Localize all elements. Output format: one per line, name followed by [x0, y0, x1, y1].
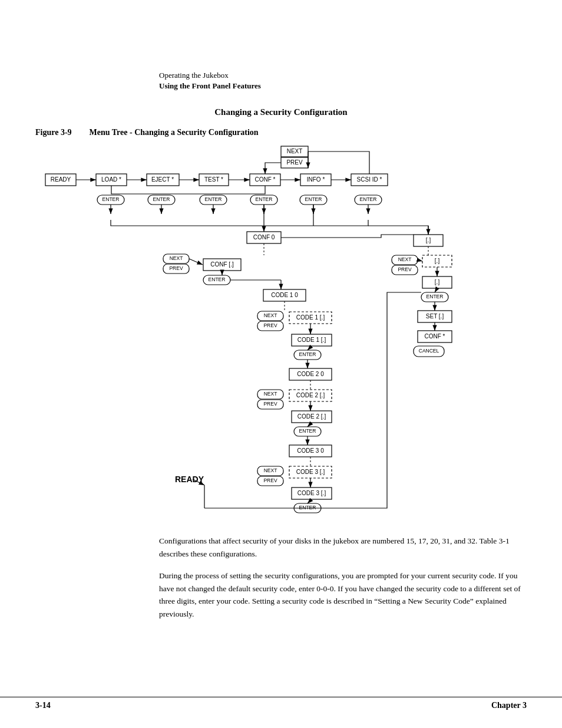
page: Operating the Jukebox Using the Front Pa… [0, 0, 562, 728]
svg-text:ENTER: ENTER [360, 196, 377, 202]
svg-text:[.]: [.] [426, 237, 431, 243]
figure-label: Figure 3-9 [35, 128, 72, 137]
svg-text:INFO *: INFO * [307, 176, 325, 183]
figure-label-row: Figure 3-9 Menu Tree - Changing a Securi… [0, 128, 562, 137]
figure-caption: Menu Tree - Changing a Security Configur… [90, 128, 259, 137]
svg-text:READY: READY [51, 176, 71, 183]
svg-text:NEXT: NEXT [264, 312, 277, 318]
svg-text:CODE 2  [.]: CODE 2 [.] [297, 413, 326, 420]
svg-line-55 [189, 259, 203, 265]
svg-text:CODE 1  [.]: CODE 1 [.] [296, 314, 325, 321]
svg-text:ENTER: ENTER [299, 505, 316, 510]
svg-text:ENTER: ENTER [103, 196, 120, 202]
section-heading: Changing a Security Configuration [0, 107, 562, 117]
header-title: Using the Front Panel Features [159, 81, 562, 91]
svg-line-127 [435, 288, 437, 292]
svg-text:CODE 3  [.]: CODE 3 [.] [297, 490, 326, 496]
diagram-svg: NEXT PREV READY LOAD * EJECT * TEST * [28, 143, 534, 521]
svg-text:ENTER: ENTER [427, 294, 444, 299]
svg-text:PREV: PREV [263, 322, 277, 328]
header-subtitle: Operating the Jukebox [159, 71, 562, 80]
svg-text:CANCEL: CANCEL [419, 348, 439, 354]
footer: 3-14 Chapter 3 [0, 697, 562, 710]
svg-text:CONF *: CONF * [255, 176, 276, 183]
svg-line-136 [418, 260, 422, 261]
svg-text:NEXT: NEXT [264, 467, 277, 473]
footer-page-number: 3-14 [35, 701, 51, 710]
svg-text:CODE 3  0: CODE 3 0 [297, 447, 324, 454]
svg-text:ENTER: ENTER [299, 351, 316, 357]
svg-text:ENTER: ENTER [205, 196, 222, 202]
svg-text:CODE 2  0: CODE 2 0 [297, 371, 324, 377]
paragraph-1: Configurations that affect security of y… [159, 535, 527, 560]
svg-text:PREV: PREV [398, 266, 411, 272]
svg-line-75 [308, 346, 312, 350]
svg-text:NEXT: NEXT [170, 255, 183, 261]
svg-text:NEXT: NEXT [398, 256, 412, 262]
svg-text:CONF [.]: CONF [.] [210, 261, 234, 268]
text-section: Configurations that affect security of y… [0, 523, 562, 621]
svg-text:[.]: [.] [435, 258, 440, 264]
svg-text:PREV: PREV [263, 401, 277, 407]
svg-text:PREV: PREV [286, 159, 303, 166]
svg-text:ENTER: ENTER [256, 196, 273, 202]
svg-text:EJECT *: EJECT * [151, 176, 174, 183]
svg-text:ENTER: ENTER [153, 196, 170, 202]
header: Operating the Jukebox Using the Front Pa… [0, 0, 562, 91]
svg-line-91 [308, 423, 312, 427]
svg-text:ENTER: ENTER [299, 428, 316, 434]
svg-text:[.]: [.] [435, 279, 440, 285]
svg-text:CODE 2  [.]: CODE 2 [.] [296, 392, 325, 398]
svg-text:TEST *: TEST * [204, 176, 223, 183]
svg-text:SCSI ID *: SCSI ID * [357, 176, 382, 183]
svg-text:CONF 0: CONF 0 [253, 234, 275, 241]
svg-line-107 [308, 499, 312, 503]
svg-text:SET [.]: SET [.] [426, 313, 444, 319]
paragraph-2: During the process of setting the securi… [159, 569, 527, 620]
svg-text:LOAD *: LOAD * [101, 176, 121, 183]
diagram-container: NEXT PREV READY LOAD * EJECT * TEST * [28, 143, 534, 523]
svg-text:CONF *: CONF * [425, 333, 445, 340]
footer-chapter: Chapter 3 [491, 701, 527, 710]
svg-text:CODE 1  0: CODE 1 0 [271, 292, 298, 298]
svg-text:CODE 1  [.]: CODE 1 [.] [297, 337, 326, 343]
svg-text:CODE 3  [.]: CODE 3 [.] [296, 469, 325, 475]
svg-text:PREV: PREV [263, 477, 277, 483]
svg-text:ENTER: ENTER [305, 196, 322, 202]
svg-text:ENTER: ENTER [209, 276, 226, 282]
svg-text:PREV: PREV [169, 265, 183, 271]
svg-text:NEXT: NEXT [287, 148, 303, 154]
svg-text:NEXT: NEXT [264, 391, 277, 397]
